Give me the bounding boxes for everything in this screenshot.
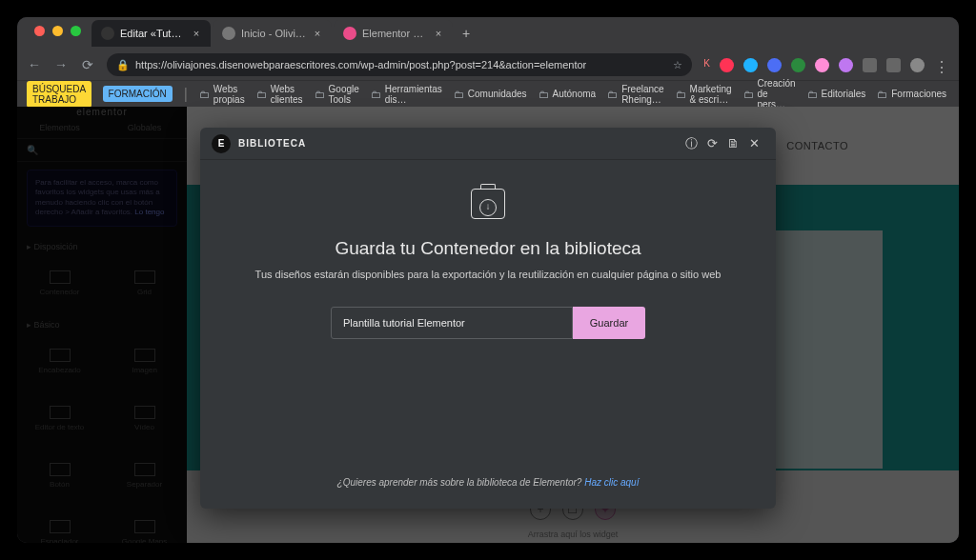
- bookmarks-bar: BÚSQUEDA TRABAJO FORMACIÓN | Webs propia…: [17, 80, 959, 107]
- url-bar[interactable]: 🔒 https://oliviajones.disenowebparaescri…: [107, 53, 692, 76]
- bookmark-folder[interactable]: Webs clientes: [256, 84, 303, 105]
- tab-label: Inicio - Olivia Jones: [241, 28, 307, 39]
- footer-text: ¿Quieres aprender más sobre la bibliotec…: [337, 477, 585, 488]
- template-name-input[interactable]: [331, 307, 573, 339]
- bookmark-folder[interactable]: Creación de pers…: [743, 78, 796, 110]
- nav-forward-icon[interactable]: →: [53, 57, 69, 72]
- profile-avatar[interactable]: [910, 58, 925, 72]
- modal-footer: ¿Quieres aprender más sobre la bibliotec…: [200, 459, 776, 509]
- bookmark-chip-formacion[interactable]: FORMACIÓN: [103, 86, 173, 102]
- extension-icon[interactable]: [743, 58, 758, 72]
- tab-close-icon[interactable]: ×: [434, 28, 443, 39]
- bookmark-folder[interactable]: Privado: [958, 89, 959, 100]
- save-form: Guardar: [331, 307, 645, 339]
- tab-label: Editar «Tutorial de Elemento…: [120, 28, 186, 39]
- extension-icons: K ⋮: [703, 58, 949, 72]
- extensions-menu-icon[interactable]: [863, 58, 877, 72]
- lock-icon: 🔒: [116, 59, 130, 71]
- elementor-badge-icon: E: [212, 134, 231, 153]
- tab-close-icon[interactable]: ×: [192, 28, 201, 39]
- bookmark-folder[interactable]: Comunidades: [454, 89, 527, 100]
- extension-icon[interactable]: [791, 58, 805, 72]
- bookmark-folder[interactable]: Editoriales: [807, 89, 866, 100]
- sync-icon[interactable]: ⟳: [702, 136, 722, 150]
- modal-body: Guarda tu Contenedor en la biblioteca Tu…: [200, 160, 776, 459]
- extension-icon[interactable]: [839, 58, 853, 72]
- bookmark-folder[interactable]: Google Tools: [315, 84, 359, 105]
- info-icon[interactable]: ⓘ: [681, 135, 702, 152]
- modal-title: BIBLIOTECA: [238, 138, 306, 149]
- extension-icon[interactable]: [720, 58, 734, 72]
- extension-icon[interactable]: [886, 58, 901, 72]
- modal-heading: Guarda tu Contenedor en la biblioteca: [335, 238, 640, 259]
- extension-letter[interactable]: K: [703, 58, 710, 72]
- save-button[interactable]: Guardar: [573, 307, 645, 339]
- bookmark-folder[interactable]: Marketing & escri…: [676, 84, 732, 105]
- modal-subheading: Tus diseños estarán disponibles para la …: [255, 269, 722, 280]
- browser-titlebar: Editar «Tutorial de Elemento… × Inicio -…: [17, 17, 959, 50]
- library-modal: E BIBLIOTECA ⓘ ⟳ 🗎 ✕ Guarda tu Contenedo…: [200, 128, 776, 509]
- new-tab-button[interactable]: +: [455, 26, 478, 41]
- footer-learn-more-link[interactable]: Haz clic aquí: [584, 477, 639, 488]
- bookmark-star-icon[interactable]: ☆: [673, 59, 682, 71]
- tab-favicon: [101, 27, 114, 40]
- tab-favicon: [222, 27, 235, 40]
- window-close-button[interactable]: [34, 26, 45, 36]
- import-icon[interactable]: 🗎: [722, 136, 743, 150]
- browser-tab[interactable]: Inicio - Olivia Jones ×: [213, 20, 332, 47]
- modal-overlay: E BIBLIOTECA ⓘ ⟳ 🗎 ✕ Guarda tu Contenedo…: [17, 107, 959, 543]
- tab-favicon: [343, 27, 356, 40]
- browser-window: Editar «Tutorial de Elemento… × Inicio -…: [17, 17, 959, 543]
- bookmark-folder[interactable]: Formaciones: [877, 89, 946, 100]
- close-icon[interactable]: ✕: [743, 136, 764, 150]
- window-maximize-button[interactable]: [71, 26, 81, 36]
- modal-header: E BIBLIOTECA ⓘ ⟳ 🗎 ✕: [200, 128, 776, 160]
- url-text: https://oliviajones.disenowebparaescrito…: [135, 59, 586, 70]
- bookmark-folder[interactable]: Autónoma: [539, 89, 597, 100]
- tab-close-icon[interactable]: ×: [313, 28, 322, 39]
- browser-menu-icon[interactable]: ⋮: [934, 58, 949, 72]
- browser-tab[interactable]: Elementor Plugin Pricing: Fr… ×: [334, 20, 453, 47]
- bookmark-folder[interactable]: Freelance Rheing…: [607, 84, 663, 105]
- browser-tab-active[interactable]: Editar «Tutorial de Elemento… ×: [92, 20, 211, 47]
- bookmark-folder[interactable]: Webs propias: [199, 84, 245, 105]
- window-controls: [23, 26, 92, 36]
- extension-icon[interactable]: [767, 58, 782, 72]
- tab-strip: Editar «Tutorial de Elemento… × Inicio -…: [92, 17, 478, 50]
- nav-back-icon[interactable]: ←: [27, 57, 42, 72]
- save-to-library-icon: [471, 189, 505, 219]
- tab-label: Elementor Plugin Pricing: Fr…: [362, 28, 428, 39]
- browser-toolbar: ← → ⟳ 🔒 https://oliviajones.disenowebpar…: [17, 50, 959, 80]
- bookmark-chip-busqueda[interactable]: BÚSQUEDA TRABAJO: [27, 81, 92, 108]
- window-minimize-button[interactable]: [52, 26, 63, 36]
- nav-reload-icon[interactable]: ⟳: [80, 57, 95, 72]
- extension-icon[interactable]: [815, 58, 829, 72]
- bookmark-separator: |: [184, 86, 188, 103]
- bookmark-folder[interactable]: Herramientas dis…: [371, 84, 442, 105]
